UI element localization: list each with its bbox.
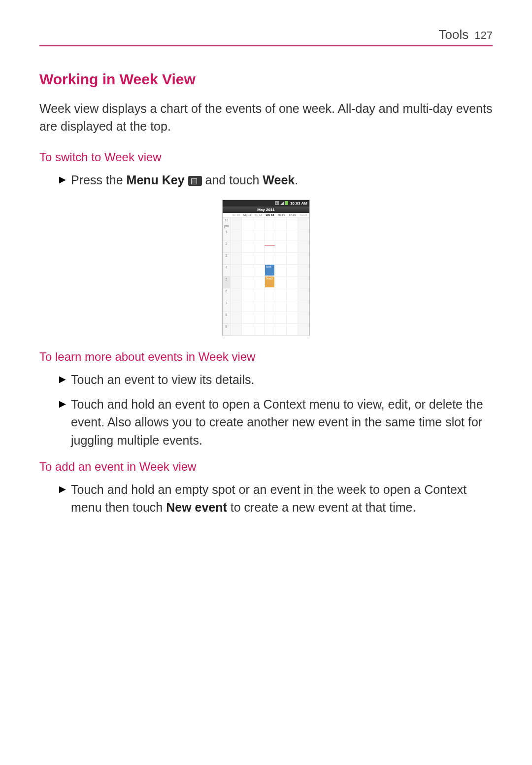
page-number: 127 bbox=[474, 29, 493, 42]
time-slot bbox=[242, 324, 253, 336]
time-slot bbox=[231, 300, 241, 312]
time-slot: Test2 bbox=[265, 277, 275, 288]
bullet-icon: ▶ bbox=[59, 481, 66, 497]
time-slot bbox=[275, 241, 286, 253]
text-run: and touch bbox=[202, 173, 263, 187]
time-slot bbox=[242, 300, 253, 312]
time-slot bbox=[287, 265, 298, 277]
time-slot bbox=[265, 324, 275, 336]
bullet-text: Touch an event to view its details. bbox=[71, 371, 493, 388]
hour-label: 12pm bbox=[223, 217, 231, 229]
time-slot bbox=[231, 229, 241, 241]
status-bar: 10:03 AM bbox=[223, 200, 309, 207]
time-slot bbox=[275, 277, 286, 288]
time-slot bbox=[231, 241, 241, 253]
hour-label: 3 bbox=[223, 253, 231, 265]
day-header-row: Su 15 Mo 16 Tu 17 We 18 Th 19 Fr 20 Sa 2… bbox=[223, 213, 309, 217]
time-slot bbox=[287, 312, 298, 324]
bullet-text: Press the Menu Key and touch Week. bbox=[71, 171, 493, 189]
time-slot bbox=[275, 253, 286, 265]
time-slot: Test bbox=[265, 265, 275, 277]
time-slot bbox=[253, 312, 264, 324]
time-slot bbox=[298, 324, 309, 336]
list-item: ▶ Press the Menu Key and touch Week. bbox=[59, 171, 493, 189]
day-column bbox=[287, 217, 298, 336]
day-label: Tu 17 bbox=[253, 213, 265, 217]
time-slot bbox=[275, 217, 286, 229]
text-run: . bbox=[295, 173, 298, 187]
time-slot bbox=[287, 300, 298, 312]
hour-column: 12pm123456789 bbox=[223, 217, 231, 336]
time-slot bbox=[231, 288, 241, 300]
day-column bbox=[253, 217, 265, 336]
time-slot bbox=[275, 324, 286, 336]
time-slot bbox=[287, 288, 298, 300]
time-slot bbox=[253, 217, 264, 229]
list-item: ▶ Touch and hold an empty spot or an eve… bbox=[59, 481, 493, 517]
hour-label: 1 bbox=[223, 229, 231, 241]
menu-key-icon bbox=[188, 176, 202, 186]
time-slot bbox=[231, 217, 241, 229]
day-column bbox=[298, 217, 309, 336]
time-slot bbox=[298, 288, 309, 300]
grid-icon bbox=[275, 201, 279, 205]
day-label: We 18 bbox=[265, 213, 276, 217]
bullet-text: Touch and hold an empty spot or an event… bbox=[71, 481, 493, 517]
text-run: Press the bbox=[71, 173, 127, 187]
page-container: Tools 127 Working in Week View Week view… bbox=[0, 0, 532, 516]
time-slot bbox=[275, 312, 286, 324]
calendar-event: Test2 bbox=[265, 277, 275, 287]
time-slot bbox=[265, 217, 275, 229]
bullet-list-switch: ▶ Press the Menu Key and touch Week. bbox=[59, 171, 493, 189]
day-label: Th 19 bbox=[275, 213, 287, 217]
day-column bbox=[231, 217, 242, 336]
day-label: Fr 20 bbox=[287, 213, 298, 217]
time-slot bbox=[298, 253, 309, 265]
time-slot bbox=[242, 217, 253, 229]
time-slot bbox=[242, 312, 253, 324]
bullet-icon: ▶ bbox=[59, 395, 66, 412]
time-slot bbox=[231, 277, 241, 288]
hour-label: 4 bbox=[223, 265, 231, 277]
day-label: Su 15 bbox=[231, 213, 242, 217]
time-slot bbox=[242, 277, 253, 288]
new-event-label: New event bbox=[166, 500, 227, 514]
subheading-switch: To switch to Week view bbox=[39, 150, 493, 164]
time-slot bbox=[242, 241, 253, 253]
hour-label: 9 bbox=[223, 324, 231, 336]
time-slot bbox=[253, 324, 264, 336]
day-label: Sa 21 bbox=[298, 213, 309, 217]
day-column bbox=[275, 217, 287, 336]
calendar-grid: 12pm123456789 TestTest2 bbox=[223, 217, 309, 336]
time-slot bbox=[253, 288, 264, 300]
time-slot bbox=[242, 288, 253, 300]
time-slot bbox=[287, 217, 298, 229]
time-slot bbox=[275, 288, 286, 300]
subheading-add: To add an event in Week view bbox=[39, 460, 493, 474]
time-slot bbox=[231, 265, 241, 277]
section-label: Tools bbox=[439, 27, 469, 42]
bullet-icon: ▶ bbox=[59, 171, 66, 188]
list-item: ▶ Touch and hold an event to open a Cont… bbox=[59, 395, 493, 449]
status-icons bbox=[275, 201, 288, 205]
bullet-text: Touch and hold an event to open a Contex… bbox=[71, 395, 493, 449]
time-slot bbox=[253, 241, 264, 253]
time-slot bbox=[287, 229, 298, 241]
time-slot bbox=[253, 265, 264, 277]
time-slot bbox=[275, 229, 286, 241]
calendar-event: Test bbox=[265, 265, 275, 276]
time-slot bbox=[242, 229, 253, 241]
time-slot bbox=[275, 265, 286, 277]
page-header: Tools 127 bbox=[39, 27, 493, 46]
time-slot bbox=[265, 241, 275, 253]
status-time: 10:03 AM bbox=[290, 201, 307, 206]
bullet-icon: ▶ bbox=[59, 371, 66, 387]
time-slot bbox=[253, 300, 264, 312]
day-label: Mo 16 bbox=[242, 213, 253, 217]
time-slot bbox=[265, 312, 275, 324]
bullet-list-add: ▶ Touch and hold an empty spot or an eve… bbox=[59, 481, 493, 517]
time-slot bbox=[242, 265, 253, 277]
time-slot bbox=[265, 300, 275, 312]
day-column: TestTest2 bbox=[265, 217, 276, 336]
intro-paragraph: Week view displays a chart of the events… bbox=[39, 100, 493, 136]
